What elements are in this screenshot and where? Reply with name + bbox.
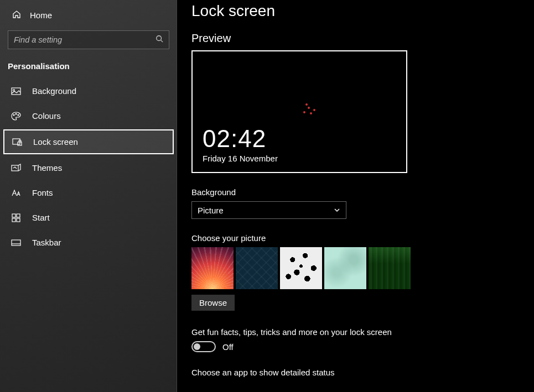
svg-rect-10 — [12, 214, 15, 217]
sidebar-item-label: Lock screen — [33, 137, 78, 147]
svg-rect-9 — [12, 165, 18, 171]
home-nav[interactable]: Home — [0, 7, 177, 28]
background-label: Background — [191, 187, 534, 197]
sidebar-item-label: Taskbar — [32, 238, 61, 247]
fonts-icon — [11, 189, 21, 197]
picture-thumbnail[interactable] — [236, 247, 278, 289]
svg-point-5 — [15, 113, 17, 114]
svg-rect-12 — [12, 218, 15, 222]
sidebar-item-label: Fonts — [32, 188, 53, 197]
background-dropdown[interactable]: Picture — [191, 201, 346, 219]
page-title: Lock screen — [191, 2, 534, 20]
sidebar-item-colours[interactable]: Colours — [0, 103, 177, 128]
main-content: Lock screen Preview 02:42 Friday 16 Nove… — [177, 0, 534, 392]
sidebar-item-fonts[interactable]: Fonts — [0, 180, 177, 205]
fun-facts-label: Get fun facts, tips, tricks and more on … — [191, 327, 534, 337]
sidebar: Home Personalisation Background Colours … — [0, 0, 177, 392]
svg-point-3 — [13, 89, 15, 91]
sidebar-item-label: Background — [32, 86, 76, 96]
search-input[interactable] — [14, 35, 155, 44]
lock-screen-preview: 02:42 Friday 16 November — [191, 50, 407, 173]
sidebar-item-background[interactable]: Background — [0, 79, 177, 103]
chevron-down-icon — [334, 206, 340, 215]
fun-facts-toggle[interactable] — [191, 341, 216, 352]
picture-thumbnail[interactable] — [191, 247, 234, 289]
sidebar-item-themes[interactable]: Themes — [0, 155, 177, 180]
sidebar-item-label: Themes — [32, 163, 62, 173]
sidebar-item-label: Start — [32, 213, 50, 222]
search-box[interactable] — [8, 30, 169, 49]
picture-thumbnail[interactable] — [280, 247, 322, 289]
svg-rect-11 — [17, 214, 20, 217]
dropdown-value: Picture — [198, 206, 224, 215]
detailed-status-label: Choose an app to show detailed status — [191, 368, 534, 377]
svg-rect-14 — [12, 240, 20, 245]
toggle-state-label: Off — [222, 342, 234, 352]
picture-icon — [11, 87, 21, 96]
home-icon — [12, 10, 21, 20]
svg-rect-13 — [17, 218, 20, 222]
picture-thumbnails — [191, 247, 534, 289]
search-icon — [155, 35, 163, 45]
themes-icon — [11, 164, 21, 173]
sidebar-item-label: Colours — [32, 111, 61, 121]
svg-point-4 — [13, 114, 14, 116]
picture-thumbnail[interactable] — [324, 247, 366, 289]
sidebar-item-taskbar[interactable]: Taskbar — [0, 230, 177, 255]
svg-point-6 — [18, 114, 19, 116]
home-label: Home — [30, 11, 52, 20]
taskbar-icon — [11, 238, 21, 247]
lock-screen-icon — [12, 138, 22, 147]
sidebar-item-lock-screen[interactable]: Lock screen — [3, 129, 174, 154]
svg-line-1 — [161, 40, 163, 43]
sidebar-item-start[interactable]: Start — [0, 205, 177, 230]
choose-picture-label: Choose your picture — [191, 233, 534, 243]
preview-time: 02:42 — [203, 125, 396, 153]
browse-button[interactable]: Browse — [191, 295, 235, 311]
palette-icon — [11, 112, 21, 121]
preview-date: Friday 16 November — [203, 154, 396, 163]
picture-thumbnail[interactable] — [369, 247, 411, 289]
fun-facts-toggle-row: Off — [191, 341, 534, 352]
start-icon — [11, 213, 21, 222]
preview-heading: Preview — [191, 32, 534, 45]
category-heading: Personalisation — [0, 59, 177, 79]
svg-point-0 — [157, 36, 162, 41]
